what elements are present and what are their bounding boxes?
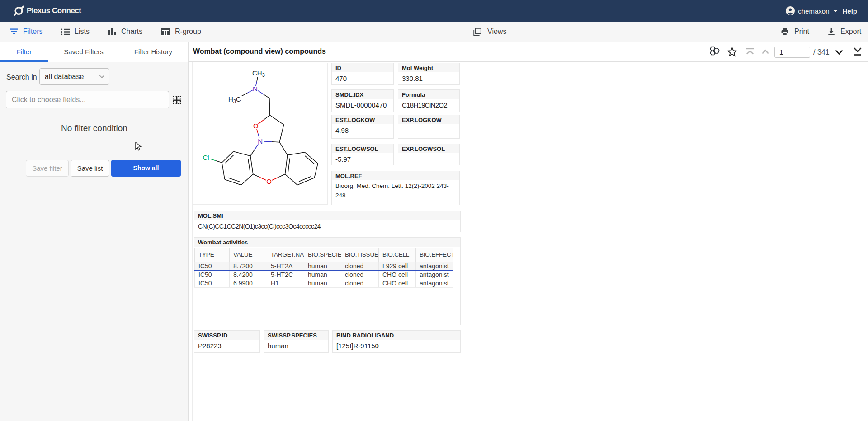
svg-text:O: O <box>266 178 272 185</box>
svg-text:N: N <box>258 137 263 145</box>
svg-text:Cl: Cl <box>203 154 209 161</box>
svg-text:CH3: CH3 <box>252 69 265 78</box>
svg-text:O: O <box>253 122 259 130</box>
svg-text:N: N <box>253 85 258 93</box>
svg-text:H3C: H3C <box>228 95 241 104</box>
